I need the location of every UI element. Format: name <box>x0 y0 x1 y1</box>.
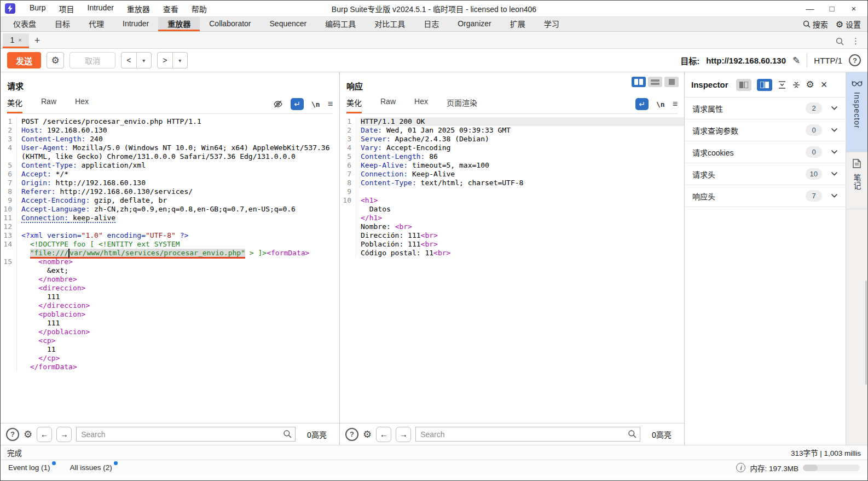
request-tab[interactable]: Hex <box>75 95 89 113</box>
add-tab-button[interactable]: + <box>29 33 45 48</box>
history-forward-button[interactable]: > ▾ <box>157 52 188 68</box>
line-number <box>340 240 356 249</box>
repeater-tab-1[interactable]: 1 × <box>3 33 29 48</box>
cancel-button[interactable]: 取消 <box>70 52 115 68</box>
chevron-down-icon[interactable] <box>831 171 838 176</box>
global-search-button[interactable]: 搜索 <box>803 19 828 30</box>
layout-single-button[interactable] <box>664 77 679 87</box>
layout-columns-button[interactable] <box>632 77 646 87</box>
menu-view[interactable]: 查看 <box>157 3 185 14</box>
word-wrap-toggle-icon[interactable]: ↵ <box>635 98 649 110</box>
chevron-down-icon[interactable] <box>831 193 838 198</box>
send-settings-button[interactable]: ⚙ <box>47 52 64 68</box>
menu-help[interactable]: 帮助 <box>185 3 213 14</box>
info-icon[interactable]: i <box>736 463 745 472</box>
hide-nonprinting-icon[interactable] <box>273 100 283 108</box>
next-match-button[interactable]: → <box>56 427 72 442</box>
history-back-button[interactable]: < ▾ <box>121 52 152 68</box>
chevron-down-icon[interactable]: ▾ <box>172 53 188 68</box>
inspector-section-request-headers[interactable]: 请求头10 <box>685 163 846 185</box>
minimize-button[interactable]: — <box>801 2 819 15</box>
main-tab-learn[interactable]: 学习 <box>535 17 569 31</box>
main-tab-logger[interactable]: 日志 <box>414 17 448 31</box>
side-tab-inspector[interactable]: Inspector <box>846 72 867 152</box>
expand-all-icon[interactable] <box>778 81 786 89</box>
tab-close-icon[interactable]: × <box>18 37 21 43</box>
inspector-close-icon[interactable]: × <box>821 78 828 91</box>
inspector-section-request-query-params[interactable]: 请求查询参数0 <box>685 119 846 141</box>
show-newlines-icon[interactable]: \n <box>656 100 665 108</box>
maximize-button[interactable]: □ <box>823 2 841 15</box>
main-tab-intruder[interactable]: Intruder <box>113 17 158 31</box>
show-newlines-icon[interactable]: \n <box>311 100 320 108</box>
response-tab[interactable]: 美化 <box>346 95 362 113</box>
next-match-button[interactable]: → <box>396 427 411 442</box>
side-tab-notes[interactable]: 笔记 <box>846 152 867 209</box>
help-icon[interactable]: ? <box>849 54 861 66</box>
all-issues-button[interactable]: All issues (2) <box>70 463 112 472</box>
http-version: HTTP/1 <box>814 56 842 65</box>
notification-dot <box>114 461 118 465</box>
help-icon[interactable]: ? <box>345 428 358 441</box>
search-settings-icon[interactable]: ⚙ <box>363 428 372 440</box>
response-tab[interactable]: Raw <box>380 95 396 113</box>
chevron-down-icon[interactable]: ▾ <box>136 53 152 68</box>
collapse-all-icon[interactable] <box>792 81 801 89</box>
send-button[interactable]: 发送 <box>7 52 41 68</box>
request-tab[interactable]: Raw <box>41 95 56 113</box>
back-arrow-icon[interactable]: < <box>121 53 136 68</box>
prev-match-button[interactable]: ← <box>37 427 52 442</box>
request-editor[interactable]: 1POST /services/procesar_envio.php HTTP/… <box>1 114 339 423</box>
request-tab[interactable]: 美化 <box>7 95 22 113</box>
settings-button[interactable]: ⚙ 设置 <box>836 19 861 30</box>
inspector-dock-right-button[interactable] <box>757 79 772 91</box>
kebab-menu-icon[interactable]: ⋮ <box>852 36 860 46</box>
editor-menu-icon[interactable]: ≡ <box>673 99 678 109</box>
settings-label: 设置 <box>846 19 861 30</box>
prev-match-button[interactable]: ← <box>376 427 391 442</box>
editor-menu-icon[interactable]: ≡ <box>328 99 333 109</box>
menu-repeater[interactable]: 重放器 <box>120 3 157 14</box>
main-tab-bar: 仪表盘目标代理Intruder重放器CollaboratorSequencer编… <box>1 17 867 32</box>
inspector-section-request-cookies[interactable]: 请求cookies0 <box>685 141 846 163</box>
content-area: 请求 美化RawHex ↵ \n ≡ 1POST /services/proce… <box>1 72 867 445</box>
main-tab-extensions[interactable]: 扩展 <box>501 17 535 31</box>
menu-intruder[interactable]: Intruder <box>81 3 120 14</box>
status-bar: 完成 313字节 | 1,003 millis <box>1 445 867 460</box>
layout-rows-button[interactable] <box>648 77 662 87</box>
word-wrap-toggle-icon[interactable]: ↵ <box>291 98 304 110</box>
inspector-dock-left-button[interactable] <box>736 79 751 91</box>
response-tab[interactable]: 页面渲染 <box>447 95 477 113</box>
search-settings-icon[interactable]: ⚙ <box>24 428 32 440</box>
forward-arrow-icon[interactable]: > <box>158 53 172 68</box>
response-search-input[interactable] <box>415 427 640 442</box>
edit-target-icon[interactable]: ✎ <box>792 55 800 66</box>
menu-burp[interactable]: Burp <box>23 3 53 14</box>
main-tab-comparer[interactable]: 对比工具 <box>365 17 414 31</box>
menu-project[interactable]: 项目 <box>53 3 81 14</box>
target-label: 目标: <box>680 55 699 66</box>
response-tab[interactable]: Hex <box>414 95 428 113</box>
chevron-down-icon[interactable] <box>831 106 838 111</box>
response-editor[interactable]: 1HTTP/1.1 200 OK2Date: Wed, 01 Jan 2025 … <box>340 114 684 423</box>
main-tab-dashboard[interactable]: 仪表盘 <box>4 17 45 31</box>
scrollbar[interactable] <box>865 280 867 385</box>
inspector-section-request-attributes[interactable]: 请求属性2 <box>685 98 846 119</box>
chevron-down-icon[interactable] <box>831 128 838 133</box>
help-icon[interactable]: ? <box>6 428 19 441</box>
request-search-input[interactable] <box>76 427 296 442</box>
chevron-down-icon[interactable] <box>831 150 838 154</box>
inspector-section-response-headers[interactable]: 响应头7 <box>685 185 846 207</box>
main-tab-repeater[interactable]: 重放器 <box>158 17 200 31</box>
close-button[interactable]: × <box>844 2 863 15</box>
main-tab-target[interactable]: 目标 <box>45 17 79 31</box>
main-tab-organizer[interactable]: Organizer <box>448 17 500 31</box>
main-tab-proxy[interactable]: 代理 <box>79 17 113 31</box>
main-tab-decoder[interactable]: 编码工具 <box>316 17 365 31</box>
event-log-button[interactable]: Event log (1) <box>8 463 50 472</box>
search-icon[interactable] <box>836 37 844 45</box>
inspector-settings-icon[interactable]: ⚙ <box>806 79 814 90</box>
main-tab-sequencer[interactable]: Sequencer <box>261 17 316 31</box>
main-tab-collaborator[interactable]: Collaborator <box>200 17 260 31</box>
code-line: Nombre: <br> <box>340 222 684 231</box>
